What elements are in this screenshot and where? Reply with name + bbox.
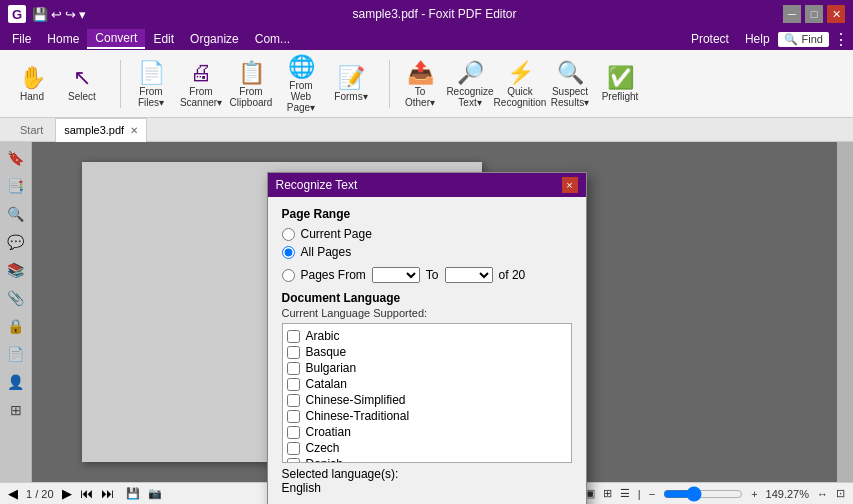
tab-start[interactable]: Start: [8, 118, 55, 142]
toolbar-group-from: 📄 FromFiles▾ 🖨 FromScanner▾ 📋 FromClipbo…: [127, 56, 375, 112]
lang-chinese-simplified-check[interactable]: [287, 394, 300, 407]
lang-czech-check[interactable]: [287, 442, 300, 455]
view-icon-scroll[interactable]: ☰: [620, 487, 630, 500]
save-doc-icon[interactable]: 💾: [126, 487, 140, 500]
fit-page-button[interactable]: ⊡: [836, 487, 845, 500]
menu-convert[interactable]: Convert: [87, 29, 145, 49]
page-info: 1 / 20: [26, 488, 54, 500]
radio-current-page-input[interactable]: [282, 228, 295, 241]
suspect-results-button[interactable]: 🔍 SuspectResults▾: [546, 56, 594, 112]
lang-catalan[interactable]: Catalan: [287, 376, 567, 392]
language-list[interactable]: Arabic Basque Bulgarian Catalan: [282, 323, 572, 463]
zoom-slider[interactable]: [663, 486, 743, 502]
from-scanner-button[interactable]: 🖨 FromScanner▾: [177, 56, 225, 112]
quick-recognition-icon: ⚡: [507, 60, 534, 86]
more-options-icon[interactable]: ⋮: [833, 30, 849, 49]
lang-croatian-check[interactable]: [287, 426, 300, 439]
to-label: To: [426, 268, 439, 282]
dialog-close-button[interactable]: ×: [562, 177, 578, 193]
zoom-in-button[interactable]: +: [751, 488, 757, 500]
menu-help[interactable]: Help: [737, 30, 778, 48]
fit-width-button[interactable]: ↔: [817, 488, 828, 500]
toolbar: ✋ Hand ↖ Select 📄 FromFiles▾ 🖨 FromScann…: [0, 50, 853, 118]
doc-lang-label: Document Language: [282, 291, 572, 305]
redo-icon[interactable]: ↪: [65, 7, 76, 22]
to-other-button[interactable]: 📤 ToOther▾: [396, 56, 444, 112]
title-bar-left: G 💾 ↩ ↪ ▾: [8, 5, 86, 23]
from-clipboard-icon: 📋: [238, 60, 265, 86]
maximize-button[interactable]: □: [805, 5, 823, 23]
search-icon: 🔍: [784, 33, 798, 46]
menu-bar: File Home Convert Edit Organize Com... P…: [0, 28, 853, 50]
from-scanner-icon: 🖨: [190, 60, 212, 86]
forms-button[interactable]: 📝 Forms▾: [327, 56, 375, 112]
undo-icon[interactable]: ↩: [51, 7, 62, 22]
lang-bulgarian-check[interactable]: [287, 362, 300, 375]
lang-arabic[interactable]: Arabic: [287, 328, 567, 344]
lang-catalan-check[interactable]: [287, 378, 300, 391]
scan-icon[interactable]: 📷: [148, 487, 162, 500]
lang-chinese-traditional[interactable]: Chinese-Traditional: [287, 408, 567, 424]
menu-comment[interactable]: Com...: [247, 30, 298, 48]
tab-sample3[interactable]: sample3.pdf ✕: [55, 118, 147, 142]
view-icon-double[interactable]: ⊞: [603, 487, 612, 500]
recognize-text-button[interactable]: 🔎 RecognizeText▾: [446, 56, 494, 112]
lang-chinese-simplified[interactable]: Chinese-Simplified: [287, 392, 567, 408]
quick-recognition-button[interactable]: ⚡ QuickRecognition: [496, 56, 544, 112]
lang-danish[interactable]: Danish: [287, 456, 567, 463]
page-range-label: Page Range: [282, 207, 572, 221]
first-page-button[interactable]: ⏮: [80, 486, 93, 501]
menu-home[interactable]: Home: [39, 30, 87, 48]
select-tool-button[interactable]: ↖ Select: [58, 56, 106, 112]
window-title: sample3.pdf - Foxit PDF Editor: [86, 7, 783, 21]
lang-arabic-check[interactable]: [287, 330, 300, 343]
prev-page-button[interactable]: ◀: [8, 486, 18, 501]
radio-all-pages[interactable]: All Pages: [282, 245, 572, 259]
from-files-button[interactable]: 📄 FromFiles▾: [127, 56, 175, 112]
next-page-button[interactable]: ▶: [62, 486, 72, 501]
menu-file[interactable]: File: [4, 30, 39, 48]
lang-bulgarian[interactable]: Bulgarian: [287, 360, 567, 376]
lang-croatian[interactable]: Croatian: [287, 424, 567, 440]
lang-chinese-traditional-check[interactable]: [287, 410, 300, 423]
search-input-area[interactable]: 🔍 Find: [778, 32, 829, 47]
pages-from-select[interactable]: [372, 267, 420, 283]
document-language-section: Document Language Current Language Suppo…: [282, 291, 572, 495]
pages-to-select[interactable]: [445, 267, 493, 283]
page-range-options: Current Page All Pages: [282, 227, 572, 259]
more-icon[interactable]: ▾: [79, 7, 86, 22]
hand-tool-button[interactable]: ✋ Hand: [8, 56, 56, 112]
close-button[interactable]: ✕: [827, 5, 845, 23]
tab-close-icon[interactable]: ✕: [130, 125, 138, 136]
from-web-icon: 🌐: [288, 54, 315, 80]
app-icon: G: [8, 5, 26, 23]
dialog-title: Recognize Text: [276, 178, 358, 192]
lang-czech[interactable]: Czech: [287, 440, 567, 456]
menu-edit[interactable]: Edit: [145, 30, 182, 48]
preflight-icon: ✅: [607, 65, 634, 91]
zoom-out-button[interactable]: −: [649, 488, 655, 500]
pages-from-row: Pages From To of 20: [282, 267, 572, 283]
lang-basque[interactable]: Basque: [287, 344, 567, 360]
minimize-button[interactable]: ─: [783, 5, 801, 23]
tab-label: sample3.pdf: [64, 124, 124, 136]
radio-all-pages-input[interactable]: [282, 246, 295, 259]
preflight-button[interactable]: ✅ Preflight: [596, 56, 644, 112]
forms-icon: 📝: [338, 65, 365, 91]
selected-lang-value: English: [282, 481, 321, 495]
lang-basque-check[interactable]: [287, 346, 300, 359]
menu-protect[interactable]: Protect: [683, 30, 737, 48]
radio-current-page[interactable]: Current Page: [282, 227, 572, 241]
last-page-button[interactable]: ⏭: [101, 486, 114, 501]
save-icon[interactable]: 💾: [32, 7, 48, 22]
dialog-overlay: Recognize Text × Page Range Current Page…: [0, 142, 853, 482]
zoom-level: 149.27%: [766, 488, 809, 500]
lang-danish-check[interactable]: [287, 458, 300, 464]
search-text: Find: [802, 33, 823, 45]
selected-lang-label: Selected language(s):: [282, 467, 399, 481]
menu-organize[interactable]: Organize: [182, 30, 247, 48]
radio-pages-from-input[interactable]: [282, 269, 295, 282]
from-clipboard-button[interactable]: 📋 FromClipboard: [227, 56, 275, 112]
select-icon: ↖: [73, 65, 91, 91]
from-web-button[interactable]: 🌐 FromWeb Page▾: [277, 56, 325, 112]
